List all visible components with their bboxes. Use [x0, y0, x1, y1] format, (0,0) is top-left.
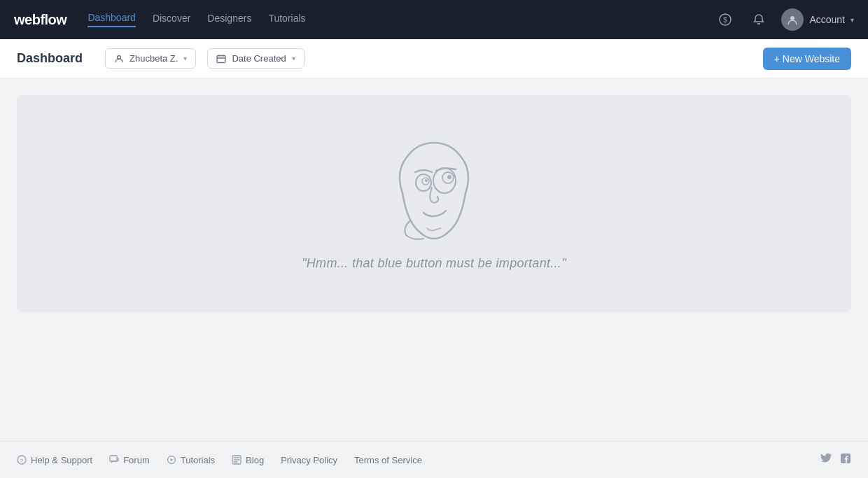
nav-tutorials[interactable]: Tutorials	[268, 13, 305, 27]
calendar-icon	[216, 54, 226, 64]
empty-state-message: "Hmm... that blue button must be importa…	[302, 256, 566, 271]
help-icon: ?	[17, 455, 27, 465]
account-label: Account	[809, 14, 845, 25]
footer-forum[interactable]: Forum	[109, 455, 150, 465]
avatar	[781, 8, 804, 31]
bell-icon	[752, 13, 765, 26]
svg-point-2	[790, 16, 794, 20]
svg-text:$: $	[724, 16, 728, 24]
billing-icon-button[interactable]: $	[714, 8, 736, 31]
meme-face-illustration	[388, 137, 479, 242]
svg-rect-13	[110, 456, 117, 461]
date-filter-label: Date Created	[232, 53, 286, 64]
dollar-icon: $	[719, 13, 732, 26]
footer-help-support[interactable]: ? Help & Support	[17, 455, 92, 465]
blog-icon	[232, 455, 241, 465]
footer-social	[820, 453, 851, 467]
footer-blog[interactable]: Blog	[232, 455, 264, 465]
logo-text: webflow	[14, 12, 66, 27]
nav-designers[interactable]: Designers	[207, 13, 251, 27]
nav-discover[interactable]: Discover	[153, 13, 190, 27]
facebook-icon	[840, 453, 851, 464]
user-filter-button[interactable]: Zhucbeta Z. ▾	[105, 48, 196, 69]
footer-tutorials[interactable]: Tutorials	[167, 455, 215, 465]
user-filter-label: Zhucbeta Z.	[130, 53, 178, 64]
toolbar: Dashboard Zhucbeta Z. ▾ Date Created ▾ +…	[0, 39, 868, 78]
tutorials-label: Tutorials	[181, 455, 215, 465]
date-filter-chevron-icon: ▾	[292, 55, 295, 62]
account-button[interactable]: Account ▾	[781, 8, 854, 31]
blog-label: Blog	[246, 455, 264, 465]
page-title: Dashboard	[17, 51, 83, 66]
svg-point-7	[447, 175, 451, 179]
notifications-icon-button[interactable]	[748, 8, 770, 31]
footer-terms-of-service[interactable]: Terms of Service	[354, 455, 422, 465]
svg-point-10	[425, 179, 428, 182]
empty-state-card: "Hmm... that blue button must be importa…	[17, 95, 851, 312]
new-website-label: + New Website	[774, 53, 840, 64]
terms-label: Terms of Service	[354, 455, 422, 465]
user-filter-icon	[114, 54, 124, 64]
footer-privacy-policy[interactable]: Privacy Policy	[281, 455, 337, 465]
nav-dashboard[interactable]: Dashboard	[88, 12, 136, 27]
logo[interactable]: webflow	[14, 12, 66, 28]
user-filter-chevron-icon: ▾	[183, 55, 187, 62]
account-chevron-icon: ▾	[850, 16, 854, 24]
help-support-label: Help & Support	[31, 455, 92, 465]
forum-icon	[109, 455, 119, 465]
forum-label: Forum	[123, 455, 150, 465]
svg-text:?: ?	[20, 458, 24, 464]
nav-links: Dashboard Discover Designers Tutorials	[88, 12, 714, 27]
twitter-icon	[820, 453, 832, 464]
new-website-button[interactable]: + New Website	[763, 48, 851, 70]
navbar: webflow Dashboard Discover Designers Tut…	[0, 0, 868, 39]
navbar-right: $ Account ▾	[714, 8, 854, 31]
twitter-icon-link[interactable]	[820, 453, 832, 467]
facebook-icon-link[interactable]	[840, 453, 851, 467]
privacy-policy-label: Privacy Policy	[281, 455, 337, 465]
date-filter-button[interactable]: Date Created ▾	[207, 48, 304, 69]
tutorials-icon	[167, 455, 176, 465]
footer: ? Help & Support Forum Tutorials Blog Pr…	[0, 441, 868, 478]
main-content: "Hmm... that blue button must be importa…	[0, 78, 868, 414]
svg-rect-4	[217, 55, 225, 62]
